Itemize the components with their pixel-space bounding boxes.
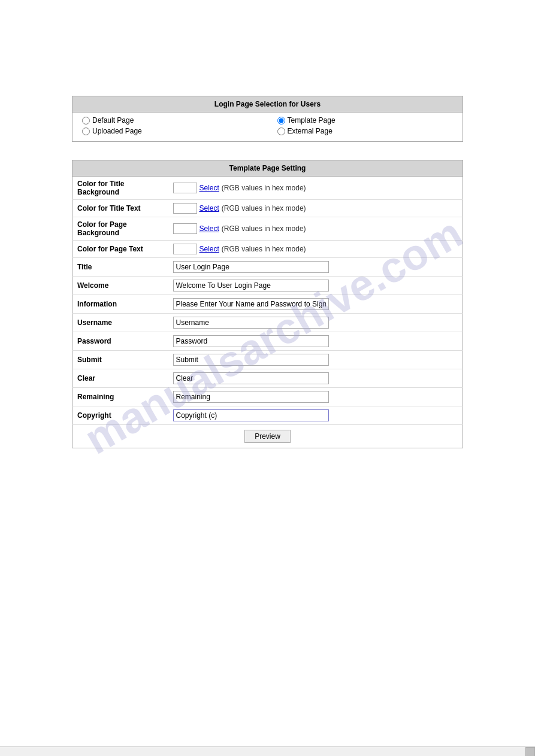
submit-input[interactable] xyxy=(173,354,329,366)
template-setting-table: Template Page Setting Color for Title Ba… xyxy=(72,160,463,448)
welcome-row: Welcome xyxy=(72,277,463,295)
radio-default-page[interactable]: Default Page xyxy=(82,116,258,125)
radio-uploaded-page[interactable]: Uploaded Page xyxy=(82,127,258,135)
color-title-bg-row: Color for Title Background Select (RGB v… xyxy=(72,177,463,200)
username-label: Username xyxy=(72,314,168,332)
title-label: Title xyxy=(72,258,168,277)
clear-row: Clear xyxy=(72,369,463,388)
color-title-bg-select[interactable]: Select xyxy=(200,184,219,192)
remaining-row: Remaining xyxy=(72,388,463,406)
information-input[interactable] xyxy=(173,298,329,310)
title-row: Title xyxy=(72,258,463,277)
password-input[interactable] xyxy=(173,335,329,347)
radio-uploaded-page-input[interactable] xyxy=(82,127,90,135)
radio-external-page[interactable]: External Page xyxy=(277,127,454,135)
preview-button[interactable]: Preview xyxy=(244,430,291,443)
color-page-text-box[interactable] xyxy=(173,244,197,254)
color-page-text-hint: (RGB values in hex mode) xyxy=(222,245,306,253)
login-selection-table: Login Page Selection for Users Default P… xyxy=(72,96,463,142)
welcome-input[interactable] xyxy=(173,280,329,292)
color-title-bg-hint: (RGB values in hex mode) xyxy=(222,184,306,192)
information-label: Information xyxy=(72,295,168,314)
color-page-text-row: Color for Page Text Select (RGB values i… xyxy=(72,241,463,258)
remaining-input[interactable] xyxy=(173,391,329,403)
login-selection-title: Login Page Selection for Users xyxy=(72,96,463,113)
color-page-text-label: Color for Page Text xyxy=(72,241,168,258)
password-label: Password xyxy=(72,332,168,351)
color-title-text-label: Color for Title Text xyxy=(72,200,168,217)
color-page-bg-row: Color for Page Background Select (RGB va… xyxy=(72,217,463,241)
bottom-bar xyxy=(0,746,535,756)
scroll-thumb[interactable] xyxy=(525,747,535,757)
color-page-bg-box[interactable] xyxy=(173,223,197,234)
radio-external-page-label: External Page xyxy=(288,127,333,135)
copyright-row: Copyright xyxy=(72,406,463,425)
copyright-label: Copyright xyxy=(72,406,168,425)
color-title-text-hint: (RGB values in hex mode) xyxy=(222,204,306,212)
color-title-bg-label: Color for Title Background xyxy=(72,177,168,200)
clear-input[interactable] xyxy=(173,372,329,384)
radio-default-page-input[interactable] xyxy=(82,117,90,125)
preview-row: Preview xyxy=(72,425,463,448)
title-input[interactable] xyxy=(173,261,329,273)
color-title-text-box[interactable] xyxy=(173,203,197,214)
color-title-text-row: Color for Title Text Select (RGB values … xyxy=(72,200,463,217)
page-wrapper: manualsarchive.com Login Page Selection … xyxy=(0,0,535,756)
radio-template-page-label: Template Page xyxy=(288,116,335,125)
radio-template-page[interactable]: Template Page xyxy=(277,116,454,125)
radio-default-page-label: Default Page xyxy=(92,116,134,125)
submit-row: Submit xyxy=(72,351,463,369)
color-title-bg-box[interactable] xyxy=(173,183,197,193)
clear-label: Clear xyxy=(72,369,168,388)
username-row: Username xyxy=(72,314,463,332)
radio-template-page-input[interactable] xyxy=(277,117,285,125)
username-input[interactable] xyxy=(173,317,329,329)
color-page-bg-label: Color for Page Background xyxy=(72,217,168,241)
radio-uploaded-page-label: Uploaded Page xyxy=(92,127,142,135)
color-page-text-select[interactable]: Select xyxy=(200,245,219,253)
template-setting-title: Template Page Setting xyxy=(72,160,463,177)
remaining-label: Remaining xyxy=(72,388,168,406)
welcome-label: Welcome xyxy=(72,277,168,295)
copyright-input[interactable] xyxy=(173,409,329,421)
information-row: Information xyxy=(72,295,463,314)
color-title-text-select[interactable]: Select xyxy=(200,204,219,212)
password-row: Password xyxy=(72,332,463,351)
radio-external-page-input[interactable] xyxy=(277,127,285,135)
submit-label: Submit xyxy=(72,351,168,369)
color-page-bg-select[interactable]: Select xyxy=(200,224,219,233)
color-page-bg-hint: (RGB values in hex mode) xyxy=(222,224,306,233)
